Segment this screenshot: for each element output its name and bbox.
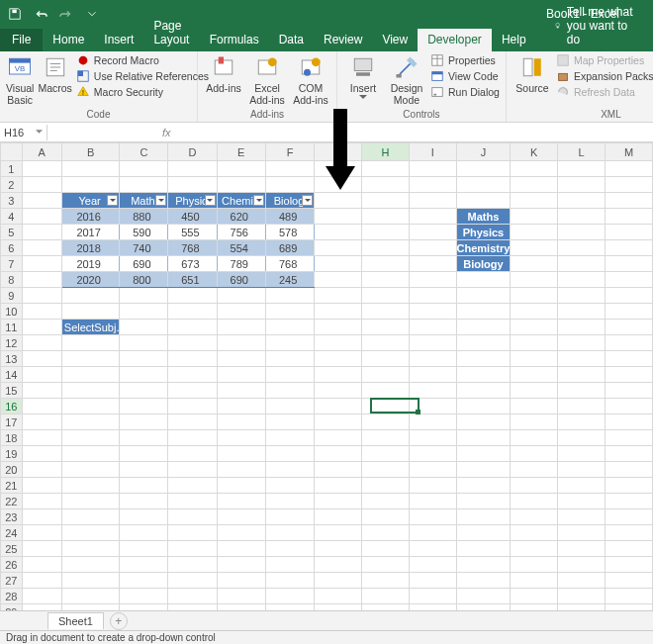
cell[interactable] [266, 589, 315, 604]
spreadsheet-grid[interactable]: A B C D E F G H I J K L M 123YearMathPhy… [0, 142, 653, 620]
cell[interactable] [511, 288, 558, 304]
cell[interactable] [168, 557, 217, 573]
cell[interactable] [120, 462, 168, 478]
cell[interactable]: 489 [266, 209, 315, 225]
cell[interactable] [362, 446, 410, 462]
col-header[interactable]: E [217, 143, 265, 161]
cell[interactable]: Math [120, 193, 168, 209]
row-header[interactable]: 12 [1, 335, 23, 351]
col-header[interactable]: B [61, 143, 120, 161]
cell[interactable] [409, 383, 456, 399]
cell[interactable] [315, 304, 362, 320]
row-header[interactable]: 22 [1, 494, 23, 509]
cell[interactable] [558, 525, 606, 541]
cell[interactable] [315, 320, 362, 335]
cell[interactable] [120, 399, 168, 414]
cell[interactable]: Maths [456, 209, 511, 225]
cell[interactable] [315, 351, 362, 367]
cell[interactable] [558, 193, 606, 209]
cell[interactable] [456, 557, 511, 573]
cell[interactable] [22, 430, 61, 446]
cell[interactable] [362, 272, 410, 288]
cell[interactable] [266, 335, 315, 351]
cell[interactable] [456, 414, 511, 430]
cell[interactable] [456, 494, 511, 509]
cell[interactable] [61, 446, 120, 462]
cell[interactable] [266, 304, 315, 320]
row-header[interactable]: 2 [1, 177, 23, 193]
cell[interactable] [605, 573, 652, 589]
row-header[interactable]: 4 [1, 209, 23, 225]
cell[interactable]: 2018 [61, 240, 120, 256]
cell[interactable]: 880 [120, 209, 168, 225]
cell[interactable] [120, 509, 168, 525]
cell[interactable]: Chemistry [456, 240, 511, 256]
cell[interactable] [558, 573, 606, 589]
cell[interactable] [217, 399, 265, 414]
row-header[interactable]: 5 [1, 225, 23, 240]
row-header[interactable]: 20 [1, 462, 23, 478]
cell[interactable] [558, 272, 606, 288]
cell[interactable]: 555 [168, 225, 217, 240]
cell[interactable] [315, 525, 362, 541]
cell[interactable] [605, 509, 652, 525]
cell[interactable] [558, 209, 606, 225]
cell[interactable] [605, 414, 652, 430]
cell[interactable]: 673 [168, 256, 217, 272]
cell[interactable] [168, 573, 217, 589]
tab-help[interactable]: Help [492, 29, 536, 51]
col-header[interactable]: K [511, 143, 558, 161]
cell[interactable]: 689 [266, 240, 315, 256]
cell[interactable] [605, 557, 652, 573]
cell[interactable] [456, 272, 511, 288]
cell[interactable] [315, 589, 362, 604]
cell[interactable] [315, 541, 362, 557]
cell[interactable]: 800 [120, 272, 168, 288]
cell[interactable]: 554 [217, 240, 265, 256]
cell[interactable] [315, 509, 362, 525]
cell[interactable]: 2017 [61, 225, 120, 240]
cell[interactable] [558, 161, 606, 177]
cell[interactable] [409, 399, 456, 414]
cell[interactable] [315, 383, 362, 399]
cell[interactable]: Physics [456, 225, 511, 240]
row-header[interactable]: 14 [1, 367, 23, 383]
cell[interactable] [362, 256, 410, 272]
cell[interactable] [558, 430, 606, 446]
cell[interactable] [605, 272, 652, 288]
cell[interactable] [456, 383, 511, 399]
cell[interactable] [266, 525, 315, 541]
cell[interactable] [456, 335, 511, 351]
cell[interactable] [168, 304, 217, 320]
cell[interactable] [511, 478, 558, 494]
cell[interactable] [409, 193, 456, 209]
cell[interactable]: 245 [266, 272, 315, 288]
cell[interactable] [558, 335, 606, 351]
cell[interactable] [120, 446, 168, 462]
cell[interactable]: 690 [217, 272, 265, 288]
cell[interactable] [168, 399, 217, 414]
col-header[interactable]: G [315, 143, 362, 161]
sheet-tab[interactable]: Sheet1 [47, 612, 104, 629]
col-header[interactable]: H [362, 143, 410, 161]
cell[interactable] [511, 557, 558, 573]
cell[interactable] [605, 161, 652, 177]
cell[interactable] [61, 161, 120, 177]
cell[interactable] [61, 304, 120, 320]
cell[interactable] [315, 399, 362, 414]
cell[interactable] [61, 430, 120, 446]
cell[interactable]: 620 [217, 209, 265, 225]
cell[interactable] [362, 557, 410, 573]
cell[interactable] [315, 494, 362, 509]
cell[interactable] [362, 225, 410, 240]
cell[interactable] [22, 193, 61, 209]
tab-file[interactable]: File [0, 29, 43, 51]
cell[interactable] [558, 240, 606, 256]
cell[interactable] [558, 446, 606, 462]
cell[interactable] [511, 335, 558, 351]
insert-control-button[interactable]: Insert [343, 53, 383, 100]
col-header[interactable]: I [409, 143, 456, 161]
cell[interactable] [315, 414, 362, 430]
cell[interactable] [168, 177, 217, 193]
tell-me-search[interactable]: Tell me what you want to do [544, 1, 653, 51]
